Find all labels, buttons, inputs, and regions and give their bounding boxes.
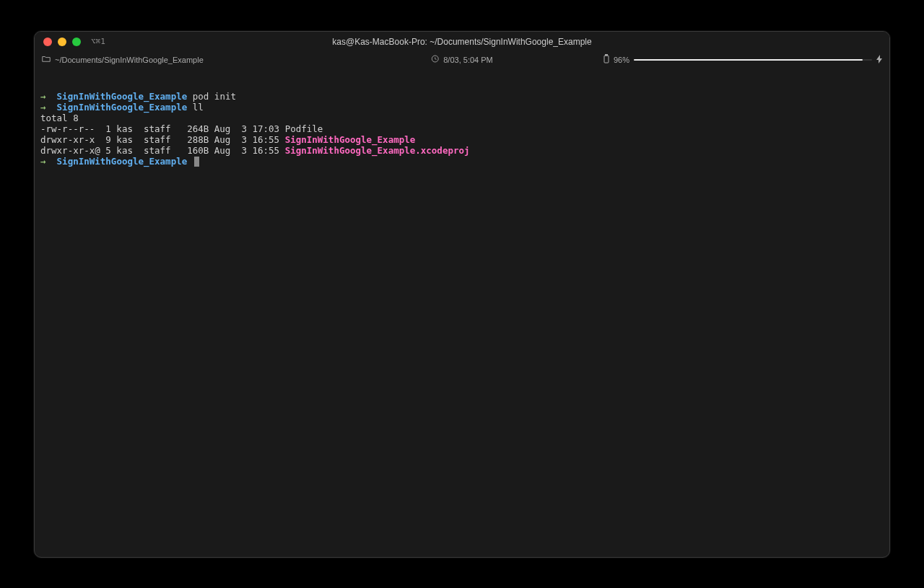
svg-rect-1 — [604, 56, 609, 63]
terminal-line: → SignInWithGoogle_Example ll — [40, 102, 884, 113]
ls-file-name: Podfile — [285, 123, 323, 134]
traffic-lights — [43, 38, 81, 46]
prompt-arrow: → — [40, 156, 46, 167]
ls-metadata: -rw-r--r-- 1 kas staff 264B Aug 3 17:03 — [40, 123, 285, 134]
prompt-path: SignInWithGoogle_Example — [57, 91, 188, 102]
ls-directory-name: SignInWithGoogle_Example.xcodeproj — [285, 145, 470, 156]
battery-percent: 96% — [614, 56, 629, 64]
cursor — [194, 157, 199, 167]
terminal-window: ⌥⌘1 kas@Kas-MacBook-Pro: ~/Documents/Sig… — [34, 31, 890, 558]
terminal-content[interactable]: → SignInWithGoogle_Example pod init→ Sig… — [35, 68, 889, 168]
zoom-button[interactable] — [72, 38, 81, 46]
status-bar: ~/Documents/SignInWithGoogle_Example 8/0… — [35, 52, 889, 68]
ls-metadata: drwxr-xr-x@ 5 kas staff 160B Aug 3 16:55 — [40, 145, 285, 156]
prompt-path: SignInWithGoogle_Example — [57, 102, 188, 113]
minimize-button[interactable] — [58, 38, 66, 46]
close-button[interactable] — [43, 38, 52, 46]
charging-icon — [876, 55, 882, 65]
ls-metadata: drwxr-xr-x 9 kas staff 288B Aug 3 16:55 — [40, 134, 285, 145]
prompt-path: SignInWithGoogle_Example — [57, 156, 188, 167]
window-title: kas@Kas-MacBook-Pro: ~/Documents/SignInW… — [332, 37, 591, 47]
svg-rect-2 — [605, 55, 607, 56]
terminal-line: → SignInWithGoogle_Example — [40, 156, 884, 167]
folder-icon — [42, 55, 51, 64]
ls-directory-name: SignInWithGoogle_Example — [285, 134, 416, 145]
battery-progress-bar — [634, 59, 872, 61]
status-path-section: ~/Documents/SignInWithGoogle_Example — [42, 55, 204, 64]
output-text: total 8 — [40, 113, 79, 123]
tab-shortcut-label: ⌥⌘1 — [91, 37, 105, 46]
command-text: ll — [193, 102, 204, 113]
status-battery-section: 96% — [603, 54, 882, 65]
terminal-line: drwxr-xr-x@ 5 kas staff 160B Aug 3 16:55… — [40, 145, 884, 156]
clock-icon — [431, 55, 439, 64]
battery-progress-fill — [634, 59, 863, 61]
battery-icon — [603, 54, 609, 65]
command-text: pod init — [193, 91, 236, 102]
current-path: ~/Documents/SignInWithGoogle_Example — [55, 56, 204, 64]
terminal-line: total 8 — [40, 113, 884, 123]
status-time-section: 8/03, 5:04 PM — [431, 55, 493, 64]
terminal-line: drwxr-xr-x 9 kas staff 288B Aug 3 16:55 … — [40, 134, 884, 145]
window-titlebar[interactable]: ⌥⌘1 kas@Kas-MacBook-Pro: ~/Documents/Sig… — [35, 32, 889, 52]
terminal-line: -rw-r--r-- 1 kas staff 264B Aug 3 17:03 … — [40, 123, 884, 134]
datetime: 8/03, 5:04 PM — [443, 56, 493, 64]
prompt-arrow: → — [40, 91, 46, 102]
prompt-arrow: → — [40, 102, 46, 113]
terminal-line: → SignInWithGoogle_Example pod init — [40, 91, 884, 102]
